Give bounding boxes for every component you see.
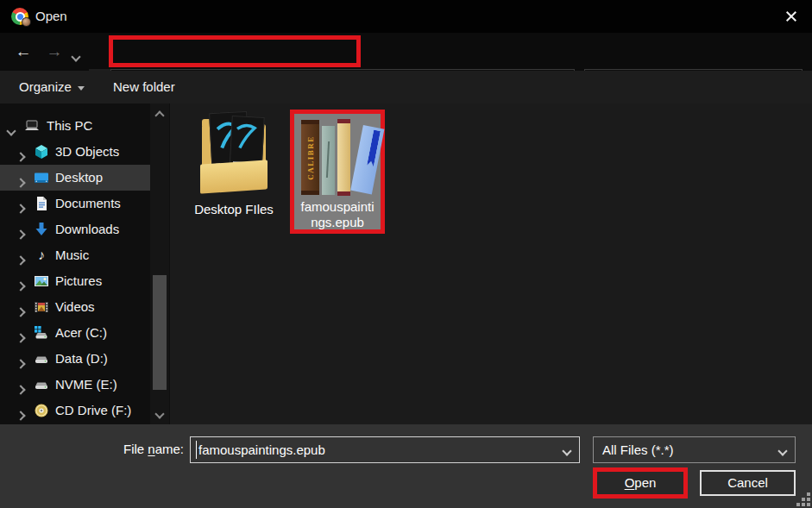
scroll-down-icon[interactable] [154,409,164,418]
dialog-footer: File name: famouspaintings.epub All File… [0,424,812,508]
open-file-dialog: Open ← → ↑ ›This PC›Desktop› ↻ [0,0,812,508]
file-name-input[interactable]: famouspaintings.epub [190,436,580,463]
music-note-icon: ♪ [34,248,49,263]
file-type-select[interactable]: All Files (*.*) [593,436,796,463]
new-folder-button[interactable]: New folder [113,71,175,103]
file-name-label: famouspaintings.epub [299,199,376,230]
file-name-value: famouspaintings.epub [198,437,325,462]
document-icon [34,196,49,211]
resize-grip[interactable] [792,488,811,507]
text-caret [196,441,197,459]
forward-button[interactable]: → [41,33,67,71]
calibre-spine-text: CALIBRE [306,135,315,180]
sidebar-item-3d-objects[interactable]: 3D Objects [0,139,150,165]
chevron-right-icon[interactable] [17,252,24,267]
profile-avatar [22,17,31,27]
file-tile-epub-annotated[interactable]: CALIBRE famouspaintings.epub [290,110,385,234]
sidebar-item-videos[interactable]: Videos [0,294,150,320]
file-type-value: All Files (*.*) [602,437,674,462]
chevron-right-icon[interactable] [17,226,24,241]
folder-icon [199,112,268,195]
sidebar-tree: This PC 3D Objects Des [0,103,170,424]
file-name-label: Desktop FIles [184,202,284,217]
scroll-up-icon[interactable] [154,110,164,120]
film-icon [34,299,49,315]
epub-calibre-icon: CALIBRE [299,118,376,198]
sidebar-item-drive-c[interactable]: Acer (C:) [0,320,150,346]
sidebar-item-drive-e[interactable]: NVME (E:) [0,372,150,398]
organize-button[interactable]: Organize [19,71,85,103]
windows-drive-icon [34,325,49,341]
sidebar-item-music[interactable]: ♪ Music [0,242,150,268]
open-button[interactable]: Open [597,472,683,494]
file-tile-folder[interactable]: Desktop FIles [184,112,284,217]
monitor-icon [34,170,49,185]
chevron-down-icon[interactable] [8,122,15,138]
drive-icon [34,377,49,392]
sidebar-item-cd-drive-f[interactable]: CD Drive (F:) [0,398,150,423]
cancel-button[interactable]: Cancel [700,470,796,496]
file-list-area[interactable]: Desktop FIles CALIBRE famouspaintings.ep… [170,103,812,424]
download-arrow-icon [34,222,49,237]
drive-icon [34,351,49,367]
sidebar-item-desktop[interactable]: Desktop [0,165,150,191]
chevron-right-icon[interactable] [17,148,24,164]
sidebar-scrollbar[interactable] [150,103,169,424]
navigation-bar: ← → ↑ ›This PC›Desktop› ↻ [0,33,812,71]
chevron-right-icon[interactable] [17,355,24,371]
chevron-right-icon[interactable] [17,278,24,293]
sidebar-item-documents[interactable]: Documents [0,191,150,216]
organize-dropdown-icon [78,86,85,91]
chevron-right-icon[interactable] [17,200,24,216]
chevron-right-icon[interactable] [17,329,24,345]
titlebar: Open [0,0,812,33]
bookmark-book [350,125,384,194]
sidebar-item-downloads[interactable]: Downloads [0,216,150,242]
scrollbar-thumb[interactable] [153,275,167,390]
recent-locations-chevron-icon[interactable] [72,48,79,64]
back-button[interactable]: ← [10,33,36,71]
toolbar: Organize New folder ? [0,71,812,103]
cube-icon [34,144,49,160]
close-icon[interactable] [772,0,810,33]
chevron-right-icon[interactable] [17,381,24,397]
file-type-dropdown-chevron-icon[interactable] [777,446,787,455]
chevron-right-icon[interactable] [17,407,24,423]
chevron-right-icon[interactable] [17,304,24,319]
chevron-right-icon[interactable] [17,174,24,190]
file-name-field-label: File name: [123,424,184,474]
cd-disc-icon [34,403,49,418]
sidebar-item-pictures[interactable]: Pictures [0,268,150,294]
sidebar-item-drive-d[interactable]: Data (D:) [0,346,150,372]
sidebar-item-this-pc[interactable]: This PC [0,113,150,139]
bookmark-ribbon [367,129,381,166]
picture-icon [34,273,49,289]
chrome-icon [11,8,28,25]
window-title: Open [35,0,67,33]
laptop-icon [24,118,40,134]
file-name-dropdown-chevron-icon[interactable] [562,446,571,455]
